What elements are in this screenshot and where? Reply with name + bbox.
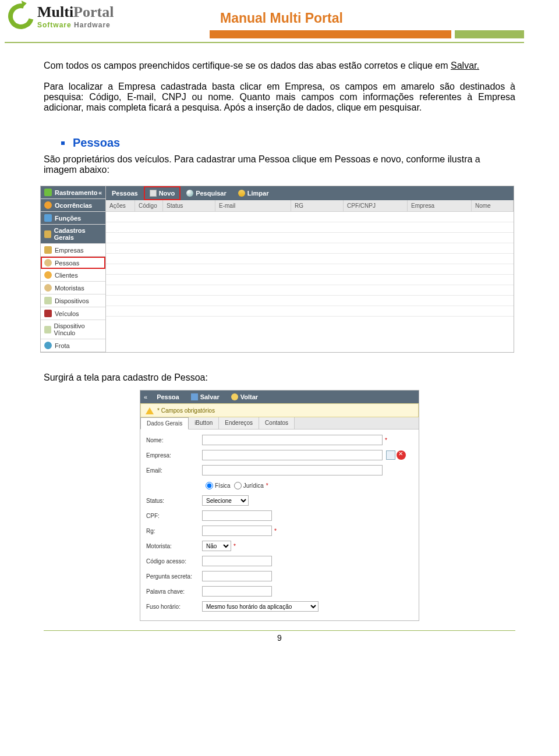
- col-rg: RG: [291, 200, 344, 212]
- tipo-radios: Física Jurídica *: [202, 482, 268, 489]
- radio-fisica[interactable]: [206, 482, 213, 489]
- label-fuso: Fuso horário:: [146, 604, 202, 610]
- sidebar-label: Clientes: [55, 272, 78, 279]
- col-codigo: Código: [135, 200, 163, 212]
- salvar-link-text: Salvar.: [451, 61, 479, 70]
- cpf-input[interactable]: [202, 510, 272, 521]
- warning-icon: [146, 406, 154, 414]
- section-heading-pessoas: Pessoas: [61, 136, 515, 150]
- empresa-input[interactable]: [202, 450, 383, 460]
- label-empresa: Empresa:: [146, 452, 202, 459]
- sidebar-item-pessoas[interactable]: Pessoas: [41, 257, 105, 269]
- toolbar: Pessoas Novo Pesquisar Limpar: [106, 186, 514, 200]
- sidebar-label: Rastreamento: [55, 189, 97, 196]
- sidebar-label: Cadastros Gerais: [54, 227, 102, 241]
- toolbar-pessoa[interactable]: Pessoa: [151, 392, 185, 402]
- clear-icon[interactable]: [397, 450, 406, 460]
- sidebar-item-empresas[interactable]: Empresas: [41, 244, 105, 257]
- toolbar-label: Pessoa: [157, 393, 179, 400]
- table-row: [106, 275, 514, 285]
- label-email: Email:: [146, 467, 202, 474]
- sidebar-item-cadastros[interactable]: Cadastros Gerais: [41, 225, 105, 244]
- col-cpfcnpj: CPF/CNPJ: [344, 200, 408, 212]
- gear-icon: [44, 214, 52, 222]
- nome-input[interactable]: [202, 435, 383, 445]
- sidebar-label: Dispositivos: [55, 297, 89, 304]
- link-icon: [44, 326, 51, 333]
- toolbar-label: Salvar: [200, 393, 220, 400]
- table-row: [106, 243, 514, 254]
- logo-portal: Portal: [73, 3, 114, 20]
- table-row: [106, 212, 514, 222]
- logo-software: Software: [37, 21, 72, 29]
- rg-input[interactable]: [202, 526, 272, 536]
- sidebar-item-frota[interactable]: Frota: [41, 339, 105, 352]
- search-icon: [186, 190, 193, 197]
- sidebar-item-clientes[interactable]: Clientes: [41, 269, 105, 282]
- sidebar-item-funcoes[interactable]: Funções: [41, 212, 105, 225]
- label-motorista: Motorista:: [146, 543, 202, 549]
- lookup-icon[interactable]: [386, 450, 395, 460]
- palavra-input[interactable]: [202, 586, 272, 597]
- required-banner: * Campos obrigatórios: [140, 403, 419, 417]
- page-title: Manual Multi Portal: [220, 10, 343, 26]
- toolbar-pessoas[interactable]: Pessoas: [106, 186, 144, 200]
- toolbar-pesquisar-button[interactable]: Pesquisar: [181, 186, 232, 200]
- motorista-select[interactable]: Não: [202, 541, 231, 551]
- label-codigo: Código acesso:: [146, 558, 202, 565]
- codigo-input[interactable]: [202, 556, 272, 566]
- fleet-icon: [44, 342, 52, 349]
- sidebar-item-motoristas[interactable]: Motoristas: [41, 282, 105, 294]
- tab-dados-gerais[interactable]: Dados Gerais: [140, 417, 189, 430]
- radio-fisica-label: Física: [215, 482, 231, 489]
- sidebar: Rastreamento« Ocorrências Funções Cadast…: [41, 186, 106, 352]
- required-star: *: [385, 437, 387, 443]
- driver-icon: [44, 284, 52, 292]
- sidebar-label: Ocorrências: [55, 202, 92, 209]
- col-nome: Nome: [472, 200, 514, 212]
- people-icon: [44, 271, 52, 279]
- label-pergunta: Pergunta secreta:: [146, 573, 202, 580]
- toolbar-limpar-button[interactable]: Limpar: [232, 186, 275, 200]
- radio-juridica-label: Jurídica: [243, 482, 264, 489]
- label-rg: Rg:: [146, 528, 202, 534]
- col-empresa: Empresa: [408, 200, 472, 212]
- sidebar-label: Dispositivo Vínculo: [54, 322, 102, 336]
- pergunta-input[interactable]: [202, 571, 272, 581]
- toolbar-novo-button[interactable]: Novo: [144, 186, 181, 200]
- sidebar-item-dispositivos[interactable]: Dispositivos: [41, 294, 105, 307]
- save-icon: [191, 393, 198, 400]
- sidebar-label: Funções: [55, 215, 81, 222]
- status-select[interactable]: Selecione: [202, 495, 249, 506]
- toolbar-label: Novo: [159, 190, 175, 197]
- toolbar-voltar-button[interactable]: Voltar: [225, 392, 264, 402]
- required-star: *: [233, 543, 236, 549]
- toolbar-label: Limpar: [247, 190, 269, 197]
- sidebar-label: Empresas: [55, 247, 84, 254]
- sidebar-item-dispositivo-vinculo[interactable]: Dispositivo Vínculo: [41, 320, 105, 339]
- fuso-select[interactable]: Mesmo fuso horário da aplicação: [202, 601, 319, 612]
- form-tabs: Dados Gerais iButton Endereços Contatos: [140, 417, 419, 430]
- label-nome: Nome:: [146, 437, 202, 443]
- paragraph-1: Com todos os campos preenchidos certifiq…: [44, 61, 515, 71]
- toolbar-salvar-button[interactable]: Salvar: [185, 392, 225, 402]
- tab-enderecos[interactable]: Endereços: [219, 417, 259, 429]
- collapse-icon[interactable]: «: [140, 393, 151, 400]
- sidebar-label: Frota: [55, 342, 70, 349]
- table-row: [106, 264, 514, 275]
- tab-ibutton[interactable]: iButton: [189, 417, 219, 429]
- building-icon: [44, 246, 52, 254]
- clear-icon: [238, 190, 245, 197]
- logo-multi: Multi: [37, 3, 73, 20]
- email-input[interactable]: [202, 465, 383, 475]
- sidebar-item-veiculos[interactable]: Veículos: [41, 307, 105, 320]
- radio-juridica[interactable]: [234, 482, 242, 489]
- header-bands: [210, 30, 524, 38]
- toolbar-label: Pessoas: [112, 190, 138, 197]
- car-icon: [44, 310, 52, 317]
- table-row: [106, 222, 514, 233]
- sidebar-item-ocorrencias[interactable]: Ocorrências: [41, 199, 105, 212]
- required-text: * Campos obrigatórios: [157, 407, 215, 414]
- sidebar-item-rastreamento[interactable]: Rastreamento«: [41, 186, 105, 199]
- tab-contatos[interactable]: Contatos: [259, 417, 295, 429]
